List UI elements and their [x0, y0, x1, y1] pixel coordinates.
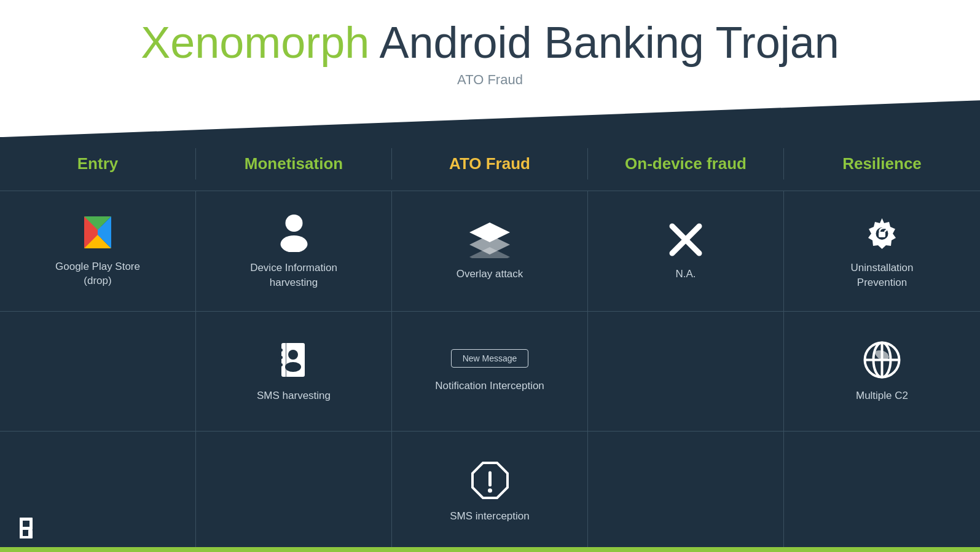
- col-header-ato-fraud: ATO Fraud: [392, 148, 588, 179]
- svg-point-4: [285, 215, 302, 232]
- col-header-monetisation: Monetisation: [196, 148, 392, 179]
- company-logo: [18, 515, 49, 541]
- cell-label-google-play: Google Play Store(drop): [55, 259, 140, 289]
- cell-empty-6: [784, 432, 980, 552]
- page-container: Xenomorph Android Banking Trojan ATO Fra…: [0, 0, 980, 552]
- cell-label-sms-intercept: SMS interception: [450, 509, 529, 524]
- svg-rect-16: [278, 363, 283, 366]
- cell-na: N.A.: [588, 191, 784, 311]
- col-header-on-device: On-device fraud: [588, 148, 784, 179]
- contacts-icon: [275, 340, 312, 380]
- x-mark-icon: [667, 221, 704, 258]
- title-dark: Android Banking Trojan: [369, 18, 839, 67]
- cell-empty-4: [196, 432, 392, 552]
- svg-point-18: [285, 362, 301, 372]
- col-header-entry: Entry: [0, 148, 196, 179]
- notification-box: New Message: [451, 349, 529, 368]
- svg-rect-29: [20, 527, 31, 530]
- gear-lock-icon: [862, 212, 902, 252]
- svg-rect-19: [285, 343, 287, 377]
- grid-row-1: Google Play Store(drop) Device Informati…: [0, 191, 980, 312]
- cell-sms-intercept: SMS interception: [392, 432, 588, 552]
- notification-msg-icon: New Message: [451, 349, 529, 370]
- cell-label-overlay: Overlay attack: [457, 267, 523, 282]
- cell-empty-5: [588, 432, 784, 552]
- alert-octagon-icon: [470, 460, 510, 500]
- diagonal-separator: [0, 100, 980, 137]
- column-headers: Entry Monetisation ATO Fraud On-device f…: [0, 137, 980, 191]
- play-store-icon: [79, 214, 116, 251]
- lower-section: Entry Monetisation ATO Fraud On-device f…: [0, 137, 980, 552]
- col-header-resilience: Resilience: [784, 148, 980, 179]
- cell-uninstall: UninstallationPrevention: [784, 191, 980, 311]
- cell-label-notification: Notification Interception: [435, 379, 544, 393]
- svg-marker-8: [469, 247, 510, 258]
- cell-sms-harvest: SMS harvesting: [196, 312, 392, 432]
- svg-point-5: [280, 235, 307, 252]
- cell-empty-2: [588, 312, 784, 432]
- grid-row-2: SMS harvesting New Message Notification …: [0, 312, 980, 432]
- svg-rect-12: [879, 232, 885, 237]
- cell-multiple-c2: Multiple C2: [784, 312, 980, 432]
- cell-overlay: Overlay attack: [392, 191, 588, 311]
- layers-icon: [468, 221, 511, 258]
- title-green: Xenomorph: [141, 18, 369, 67]
- svg-rect-32: [28, 530, 33, 538]
- svg-point-17: [288, 350, 298, 360]
- globe-icon: [862, 340, 902, 380]
- grid-rows: Google Play Store(drop) Device Informati…: [0, 191, 980, 552]
- cell-label-sms-harvest: SMS harvesting: [257, 388, 331, 403]
- cell-empty-1: [0, 312, 196, 432]
- cell-label-uninstall: UninstallationPrevention: [850, 261, 913, 290]
- cell-google-play: Google Play Store(drop): [0, 191, 196, 311]
- svg-rect-15: [278, 356, 283, 359]
- cell-label-na: N.A.: [675, 267, 696, 282]
- svg-point-26: [488, 488, 492, 492]
- cell-device-info: Device Informationharvesting: [196, 191, 392, 311]
- svg-rect-31: [29, 518, 33, 530]
- bottom-bar: [0, 547, 980, 552]
- subtitle: ATO Fraud: [0, 72, 980, 88]
- cell-notification: New Message Notification Interception: [392, 312, 588, 432]
- svg-rect-14: [278, 349, 283, 352]
- cell-label-device-info: Device Informationharvesting: [250, 261, 337, 290]
- header: Xenomorph Android Banking Trojan ATO Fra…: [0, 0, 980, 100]
- page-title: Xenomorph Android Banking Trojan: [0, 18, 980, 67]
- user-icon: [277, 212, 311, 252]
- cell-label-multiple-c2: Multiple C2: [856, 388, 908, 403]
- grid-row-3: SMS interception: [0, 432, 980, 552]
